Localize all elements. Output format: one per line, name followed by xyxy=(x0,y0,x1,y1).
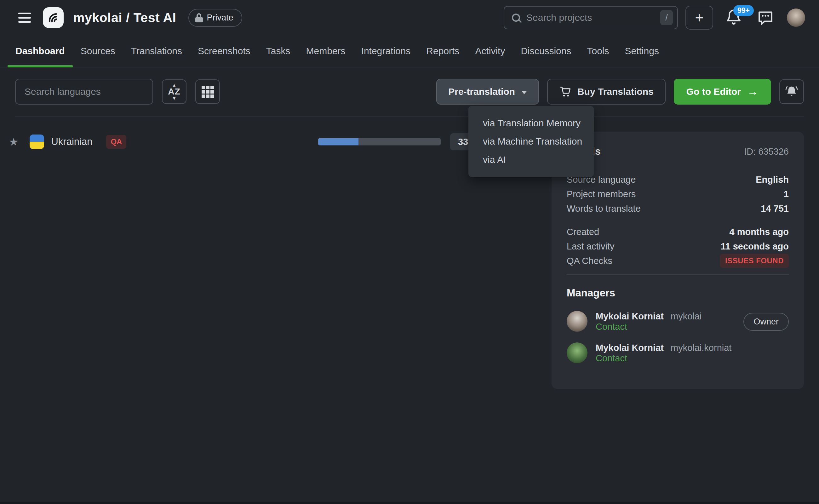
row-value: English xyxy=(756,175,789,185)
tab-activity[interactable]: Activity xyxy=(467,35,513,67)
bird-logo-icon xyxy=(46,10,60,25)
manager-row: Mykolai Korniat mykolai.korniat Contact xyxy=(567,342,789,364)
menu-item-via-ai[interactable]: via AI xyxy=(468,151,594,169)
row-label: Created xyxy=(567,227,599,237)
toolbar-divider xyxy=(15,117,804,117)
grid-view-button[interactable] xyxy=(195,79,220,104)
buy-translations-button[interactable]: Buy Translations xyxy=(547,79,666,105)
managers-title: Managers xyxy=(567,287,789,299)
project-search: / xyxy=(504,6,678,29)
manager-username: mykolai xyxy=(671,311,702,321)
tab-members[interactable]: Members xyxy=(298,35,353,67)
detail-row-last-activity: Last activity 11 seconds ago xyxy=(567,239,789,254)
manager-row: Mykolai Korniat mykolai Contact Owner xyxy=(567,311,789,332)
manager-avatar[interactable] xyxy=(567,311,587,332)
manager-avatar[interactable] xyxy=(567,342,587,363)
sort-az-icon: ▲ AZ ▼ xyxy=(168,83,180,100)
detail-row-source-language: Source language English xyxy=(567,172,789,187)
row-label: Words to translate xyxy=(567,203,641,214)
tab-sources[interactable]: Sources xyxy=(73,35,123,67)
privacy-label: Private xyxy=(207,13,233,23)
row-value: 1 xyxy=(784,189,789,199)
cart-icon xyxy=(559,85,572,98)
manager-username: mykolai.korniat xyxy=(671,343,731,353)
privacy-badge: Private xyxy=(188,9,242,27)
row-value: 4 months ago xyxy=(729,227,789,237)
language-search-input[interactable] xyxy=(25,79,144,104)
menu-item-via-translation-memory[interactable]: via Translation Memory xyxy=(468,114,594,132)
user-avatar[interactable] xyxy=(787,9,805,27)
search-shortcut-key: / xyxy=(660,10,673,25)
issues-found-badge[interactable]: ISSUES FOUND xyxy=(720,254,789,268)
go-to-editor-button[interactable]: Go to Editor → xyxy=(674,79,771,105)
tab-integrations[interactable]: Integrations xyxy=(353,35,419,67)
contact-link[interactable]: Contact xyxy=(596,322,702,332)
hamburger-menu-icon[interactable] xyxy=(18,13,31,23)
pretranslation-label: Pre-translation xyxy=(448,86,515,97)
notifications-count-badge: 99+ xyxy=(733,5,754,16)
progress-fill xyxy=(318,138,358,146)
search-icon xyxy=(512,14,520,22)
pretranslation-menu: via Translation Memory via Machine Trans… xyxy=(468,106,594,177)
detail-row-created: Created 4 months ago xyxy=(567,225,789,239)
row-label: QA Checks xyxy=(567,256,612,266)
bottom-edge xyxy=(0,502,819,504)
detail-row-words-to-translate: Words to translate 14 751 xyxy=(567,201,789,216)
owner-role-badge: Owner xyxy=(743,313,789,331)
arrow-right-icon: → xyxy=(747,85,759,98)
language-search xyxy=(15,79,153,105)
tab-tools[interactable]: Tools xyxy=(579,35,617,67)
panel-divider xyxy=(567,274,789,275)
ukraine-flag-icon xyxy=(30,135,44,149)
project-title: mykolai / Test AI xyxy=(73,10,176,25)
tab-tasks[interactable]: Tasks xyxy=(258,35,298,67)
row-value: 14 751 xyxy=(761,203,789,214)
contact-link[interactable]: Contact xyxy=(596,353,731,364)
manager-name[interactable]: Mykolai Korniat xyxy=(596,343,664,353)
buy-translations-label: Buy Translations xyxy=(577,86,654,97)
messages-button[interactable] xyxy=(757,9,774,26)
crowdin-logo[interactable] xyxy=(43,7,64,28)
sort-button[interactable]: ▲ AZ ▼ xyxy=(162,79,186,104)
row-value: 11 seconds ago xyxy=(721,241,789,252)
chat-icon xyxy=(757,9,774,26)
tab-dashboard[interactable]: Dashboard xyxy=(8,35,73,67)
tab-screenshots[interactable]: Screenshots xyxy=(190,35,258,67)
language-notifications-button[interactable] xyxy=(779,79,804,104)
top-header: mykolai / Test AI Private / + 99+ xyxy=(0,0,819,35)
manager-name[interactable]: Mykolai Korniat xyxy=(596,311,664,321)
tab-translations[interactable]: Translations xyxy=(123,35,190,67)
row-label: Last activity xyxy=(567,241,615,252)
menu-item-via-machine-translation[interactable]: via Machine Translation xyxy=(468,132,594,151)
qa-issues-badge[interactable]: QA xyxy=(106,135,126,149)
detail-row-qa-checks: QA Checks ISSUES FOUND xyxy=(567,254,789,268)
project-id: ID: 635326 xyxy=(744,146,789,157)
dashboard-toolbar: ▲ AZ ▼ Pre-translation Buy Translations … xyxy=(0,79,819,105)
lock-icon xyxy=(195,13,203,22)
pretranslation-dropdown-button[interactable]: Pre-translation xyxy=(436,79,539,105)
project-nav-tabs: Dashboard Sources Translations Screensho… xyxy=(0,35,819,67)
translation-progress-bar xyxy=(318,138,441,146)
grid-icon xyxy=(202,86,214,98)
tab-discussions[interactable]: Discussions xyxy=(513,35,579,67)
row-label: Project members xyxy=(567,189,636,199)
notifications-button[interactable]: 99+ xyxy=(725,8,744,28)
bell-ring-icon xyxy=(785,85,799,99)
tab-settings[interactable]: Settings xyxy=(617,35,667,67)
tab-reports[interactable]: Reports xyxy=(418,35,467,67)
create-project-button[interactable]: + xyxy=(685,6,713,30)
chevron-down-icon xyxy=(521,91,527,94)
language-name[interactable]: Ukrainian xyxy=(51,136,92,147)
detail-row-project-members: Project members 1 xyxy=(567,187,789,201)
search-input[interactable] xyxy=(526,12,660,23)
favorite-star-icon[interactable]: ★ xyxy=(9,135,18,148)
go-to-editor-label: Go to Editor xyxy=(686,86,741,97)
